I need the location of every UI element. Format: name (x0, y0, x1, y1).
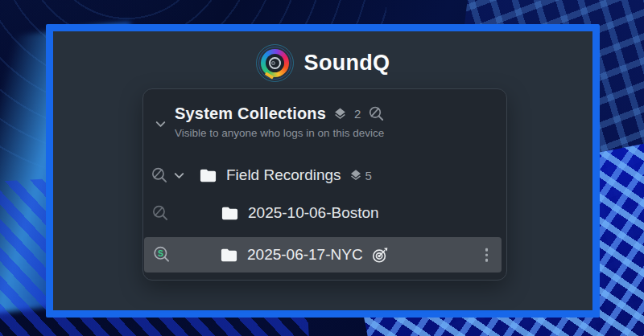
chevron-down-icon[interactable] (171, 168, 187, 183)
search-off-icon[interactable] (151, 204, 169, 222)
tree-row-boston[interactable]: 2025-10-06-Boston (143, 196, 506, 230)
page-title: System Collections (175, 104, 326, 123)
layers-icon (349, 169, 362, 182)
target-icon (371, 246, 390, 264)
soundq-logo-icon (256, 44, 294, 82)
collections-header: System Collections 2 (175, 102, 385, 125)
collections-count: 2 (354, 107, 361, 121)
folder-icon (220, 246, 238, 264)
tree-row-label: Field Recordings (226, 166, 341, 184)
app-window: SoundQ System Collections 2 (46, 24, 600, 318)
screenshot-stage: SoundQ System Collections 2 (0, 0, 644, 336)
folder-icon (199, 166, 217, 185)
search-off-icon[interactable] (368, 105, 385, 122)
collections-subtitle: Visible to anyone who logs in on this de… (175, 127, 384, 139)
tree-row-label: 2025-06-17-NYC (247, 246, 363, 264)
brand-header: SoundQ (53, 42, 592, 84)
brand-name: SoundQ (304, 51, 390, 76)
folder-count: 5 (365, 169, 372, 182)
system-collections-card: System Collections 2 Visible to anyone w… (142, 88, 507, 281)
tree-row-nyc-selected[interactable]: S 2025-06-17-NYC (144, 237, 502, 272)
layers-icon (333, 107, 347, 121)
kebab-menu-icon[interactable] (483, 246, 491, 264)
tree-row-field-recordings[interactable]: Field Recordings 5 (143, 158, 506, 192)
search-scanned-icon[interactable]: S (152, 245, 171, 264)
search-off-icon[interactable] (151, 166, 168, 184)
collections-collapse-chevron-down-icon[interactable] (153, 117, 168, 132)
scan-badge-letter: S (158, 249, 163, 258)
folder-icon (221, 204, 239, 223)
tree-row-label: 2025-10-06-Boston (248, 204, 379, 222)
